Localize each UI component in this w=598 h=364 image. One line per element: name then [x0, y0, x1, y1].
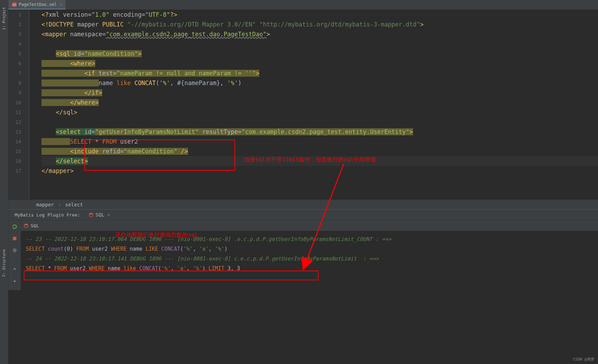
line-number: 3: [8, 29, 29, 39]
line-number: 1: [8, 10, 29, 20]
code-line-8[interactable]: name like CONCAT('%', #{nameParam}, '%'): [42, 78, 598, 88]
plugin-label: MyBatis Log Plugin Free:: [10, 212, 84, 218]
log-toolbar: [8, 220, 21, 290]
line-number: 8: [8, 78, 29, 88]
line-number: 11: [8, 107, 29, 117]
code-line-1[interactable]: <?xml version="1.0" encoding="UTF-8"?>: [42, 10, 598, 20]
tab-filename: PageTestDao.xml: [19, 2, 57, 7]
code-line-4[interactable]: [42, 39, 598, 49]
code-line-9[interactable]: </if>: [42, 88, 598, 98]
structure-label: 7: Structure: [2, 249, 6, 277]
structure-tool-strip[interactable]: 7: Structure: [0, 214, 8, 364]
svg-text:</>: </>: [12, 3, 17, 6]
rerun-button[interactable]: [11, 223, 18, 230]
sql-icon: [24, 223, 29, 228]
code-line-17[interactable]: </mapper>: [42, 166, 598, 176]
svg-point-5: [24, 224, 28, 226]
line-number: 17: [8, 166, 29, 176]
log-line-4: SELECT * FROM user2 WHERE name like CONC…: [26, 264, 593, 273]
editor-tab-bar: </> PageTestDao.xml ×: [8, 0, 598, 10]
sql-icon: [89, 212, 94, 217]
code-line-12[interactable]: [42, 117, 598, 127]
code-line-14[interactable]: SELECT * FROM user2: [42, 137, 598, 146]
close-icon[interactable]: ×: [107, 212, 110, 218]
svg-point-2: [89, 213, 93, 215]
tool-window-tabs: MyBatis Log Plugin Free: SQL ×: [8, 209, 598, 220]
line-number: 14: [8, 137, 29, 146]
code-line-15[interactable]: <include refid="nameCondition" />: [42, 146, 598, 156]
log-content[interactable]: -- 23 -- 2022-12-18 23:10:17.064 DEBUG 1…: [21, 231, 598, 364]
annotation-text-2: 还自动帮我们执行查询总数的sql: [115, 232, 198, 239]
stop-button[interactable]: [11, 235, 18, 242]
code-line-3[interactable]: <mapper namespace="com.example.csdn2.pag…: [42, 29, 598, 39]
watermark: CSDN @博梦: [573, 357, 595, 362]
line-number: 2: [8, 20, 29, 29]
xml-file-icon: </>: [12, 2, 17, 7]
breadcrumb: mapper › select: [8, 199, 598, 209]
svg-rect-3: [13, 237, 16, 240]
svg-point-4: [14, 249, 16, 251]
line-number: 7: [8, 68, 29, 78]
chevron-right-icon: ›: [58, 202, 61, 207]
annotation-text-1: 自身sql并不带limit条件，但是执行的sql中却带着: [244, 156, 376, 164]
code-editor[interactable]: 1 2 3 4 5 6 7 8 9 10 11 12 13 14 15 16 1…: [8, 10, 598, 199]
file-tab[interactable]: </> PageTestDao.xml ×: [8, 0, 66, 9]
line-number: 16: [8, 156, 29, 166]
code-line-10[interactable]: </where>: [42, 98, 598, 107]
sql-tab[interactable]: SQL ×: [84, 210, 114, 220]
log-header: SQL: [21, 220, 598, 231]
down-arrow-button[interactable]: [11, 278, 18, 285]
line-number: 10: [8, 98, 29, 107]
line-number: 5: [8, 49, 29, 59]
line-number: 6: [8, 59, 29, 68]
line-number: 9: [8, 88, 29, 98]
close-tab-icon[interactable]: ×: [59, 2, 62, 7]
code-line-13[interactable]: <select id="getUserInfoByParamsNotLimit"…: [42, 127, 598, 137]
code-line-5[interactable]: <sql id="nameCondition">: [42, 49, 598, 59]
code-line-2[interactable]: <!DOCTYPE mapper PUBLIC "-//mybatis.org/…: [42, 20, 598, 29]
gutter: 1 2 3 4 5 6 7 8 9 10 11 12 13 14 15 16 1…: [8, 10, 29, 199]
code-line-11[interactable]: </sql>: [42, 107, 598, 117]
breadcrumb-mapper[interactable]: mapper: [36, 202, 54, 207]
sql-tab-label: SQL: [96, 212, 104, 218]
code-line-7[interactable]: <if test="nameParam != null and namePara…: [42, 68, 598, 78]
line-number: 13: [8, 127, 29, 137]
log-line-1: -- 23 -- 2022-12-18 23:10:17.064 DEBUG 1…: [26, 234, 593, 244]
up-arrow-button[interactable]: [11, 266, 18, 273]
settings-button[interactable]: [11, 247, 18, 254]
breadcrumb-select[interactable]: select: [65, 202, 83, 207]
line-number: 12: [8, 117, 29, 127]
log-line-2: SELECT count(0) FROM user2 WHERE name LI…: [26, 244, 593, 254]
line-number: 15: [8, 146, 29, 156]
code-line-6[interactable]: <where>: [42, 59, 598, 68]
log-line-3: -- 24 -- 2022-12-18 23:10:17.141 DEBUG 1…: [26, 254, 593, 264]
log-header-label: SQL: [31, 223, 39, 228]
project-label: 1: Project: [2, 7, 6, 30]
line-number: 4: [8, 39, 29, 49]
project-tool-strip[interactable]: 1: Project: [0, 0, 8, 214]
code-area[interactable]: <?xml version="1.0" encoding="UTF-8"?> <…: [29, 10, 598, 199]
